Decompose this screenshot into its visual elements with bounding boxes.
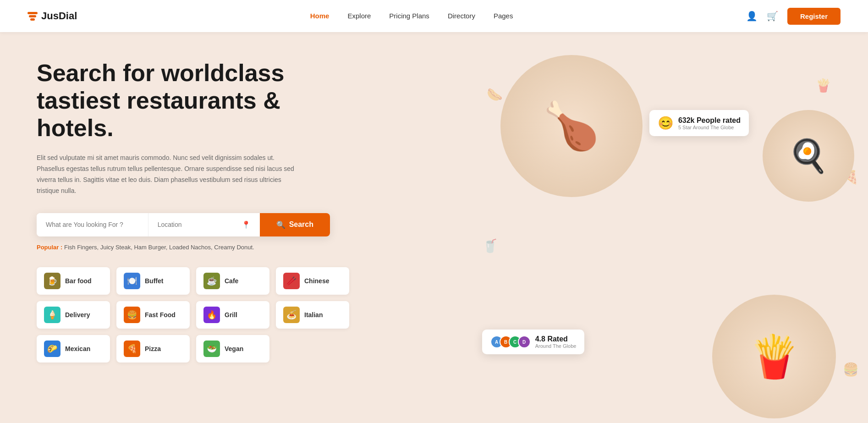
navbar: JusDial Home Explore Pricing Plans Direc… xyxy=(0,0,868,32)
hero-title: Search for worldclass tastiest restauran… xyxy=(37,60,312,142)
category-label-7: Italian xyxy=(304,311,323,319)
rating-badge-bottom: A B C D 4.8 Rated Around The Globe xyxy=(482,330,585,354)
deco-hotdog-icon: 🌭 xyxy=(487,87,503,102)
plate-bottom: 🍟 xyxy=(712,295,836,418)
category-icon-1: 🍽️ xyxy=(124,273,140,289)
category-label-0: Bar food xyxy=(65,277,92,285)
badge-top-content: 632k People rated 5 Star Around The Glob… xyxy=(678,116,741,130)
nav-links: Home Explore Pricing Plans Directory Pag… xyxy=(310,12,513,20)
deco-burger-icon: 🍔 xyxy=(843,362,859,377)
badge-avatars: A B C D xyxy=(490,335,531,348)
hero-section: Search for worldclass tastiest restauran… xyxy=(0,32,868,423)
logo-icon xyxy=(27,12,38,21)
category-icon-7: 🍝 xyxy=(283,307,300,323)
category-item-vegan[interactable]: 🥗Vegan xyxy=(196,335,269,363)
rating-badge-top: 😊 632k People rated 5 Star Around The Gl… xyxy=(649,110,749,136)
nav-link-pricing[interactable]: Pricing Plans xyxy=(389,12,429,20)
register-button[interactable]: Register xyxy=(787,8,841,25)
category-label-2: Cafe xyxy=(225,277,238,285)
category-item-buffet[interactable]: 🍽️Buffet xyxy=(116,267,190,295)
nav-item-pages[interactable]: Pages xyxy=(494,12,513,20)
nav-link-pages[interactable]: Pages xyxy=(494,12,513,20)
category-label-6: Grill xyxy=(225,311,237,319)
category-item-chinese[interactable]: 🥢Chinese xyxy=(276,267,349,295)
logo[interactable]: JusDial xyxy=(27,10,77,22)
category-icon-2: ☕ xyxy=(203,273,220,289)
category-label-4: Delivery xyxy=(65,311,90,319)
logo-text: JusDial xyxy=(41,10,77,22)
category-icon-10: 🥗 xyxy=(203,341,220,357)
food-image-3: 🍟 xyxy=(748,333,800,381)
badge-top-sub: 5 Star Around The Globe xyxy=(678,125,741,130)
hero-left: Search for worldclass tastiest restauran… xyxy=(0,32,478,423)
category-item-cafe[interactable]: ☕Cafe xyxy=(196,267,269,295)
badge-emoji-icon: 😊 xyxy=(658,115,674,131)
hero-right: 🌭 🍟 🍕 🥤 🍔 🍗 🍳 🍟 😊 632k People rated 5 St… xyxy=(478,32,868,423)
category-icon-9: 🍕 xyxy=(124,341,140,357)
category-item-italian[interactable]: 🍝Italian xyxy=(276,301,349,329)
nav-item-home[interactable]: Home xyxy=(310,12,330,20)
nav-link-explore[interactable]: Explore xyxy=(347,12,371,20)
search-button-label: Search xyxy=(289,220,313,229)
category-icon-4: 🍦 xyxy=(44,307,60,323)
avatar-4: D xyxy=(518,335,531,348)
search-location-wrapper: 📍 xyxy=(148,213,260,236)
location-pin-icon: 📍 xyxy=(242,220,251,229)
user-icon[interactable]: 👤 xyxy=(746,11,758,22)
deco-fries-icon: 🍟 xyxy=(815,78,831,93)
category-label-8: Mexican xyxy=(65,345,90,352)
nav-item-pricing[interactable]: Pricing Plans xyxy=(389,12,429,20)
cart-icon[interactable]: 🛒 xyxy=(767,11,778,22)
category-item-grill[interactable]: 🔥Grill xyxy=(196,301,269,329)
popular-label: Popular : xyxy=(37,244,62,251)
category-label-10: Vegan xyxy=(225,345,243,352)
badge-bottom-content: 4.8 Rated Around The Globe xyxy=(535,335,577,349)
deco-drink-icon: 🥤 xyxy=(482,238,498,253)
category-label-5: Fast Food xyxy=(145,311,176,319)
category-icon-8: 🌮 xyxy=(44,341,60,357)
category-item-pizza[interactable]: 🍕Pizza xyxy=(116,335,190,363)
category-label-9: Pizza xyxy=(145,345,161,352)
food-image-2: 🍳 xyxy=(788,137,828,175)
popular-text: Popular : Fish Fingers, Juicy Steak, Ham… xyxy=(37,244,450,251)
search-bar: 📍 🔍 Search xyxy=(37,213,330,236)
nav-link-home[interactable]: Home xyxy=(310,12,330,20)
nav-actions: 👤 🛒 Register xyxy=(746,8,841,25)
category-item-mexican[interactable]: 🌮Mexican xyxy=(37,335,110,363)
badge-bottom-sub: Around The Globe xyxy=(535,343,577,349)
categories-grid: 🍺Bar food🍽️Buffet☕Cafe🥢Chinese🍦Delivery🍔… xyxy=(37,267,348,363)
category-label-3: Chinese xyxy=(304,277,329,285)
category-item-delivery[interactable]: 🍦Delivery xyxy=(37,301,110,329)
category-icon-0: 🍺 xyxy=(44,273,60,289)
search-location-input[interactable] xyxy=(158,221,238,228)
category-item-bar-food[interactable]: 🍺Bar food xyxy=(37,267,110,295)
popular-items: Fish Fingers, Juicy Steak, Ham Burger, L… xyxy=(64,244,254,251)
badge-bottom-main: 4.8 Rated xyxy=(535,335,577,343)
plate-main: 🍗 xyxy=(500,55,643,197)
category-item-fast-food[interactable]: 🍔Fast Food xyxy=(116,301,190,329)
nav-item-explore[interactable]: Explore xyxy=(347,12,371,20)
badge-top-main: 632k People rated xyxy=(678,116,741,125)
search-icon: 🔍 xyxy=(276,220,286,229)
search-what-input[interactable] xyxy=(37,213,148,236)
category-label-1: Buffet xyxy=(145,277,163,285)
plate-side: 🍳 xyxy=(763,110,854,202)
search-button[interactable]: 🔍 Search xyxy=(260,213,330,236)
category-icon-5: 🍔 xyxy=(124,307,140,323)
category-icon-3: 🥢 xyxy=(283,273,300,289)
hero-description: Elit sed vulputate mi sit amet mauris co… xyxy=(37,153,302,196)
category-icon-6: 🔥 xyxy=(203,307,220,323)
nav-item-directory[interactable]: Directory xyxy=(448,12,475,20)
nav-link-directory[interactable]: Directory xyxy=(448,12,475,20)
food-image-1: 🍗 xyxy=(543,99,600,153)
